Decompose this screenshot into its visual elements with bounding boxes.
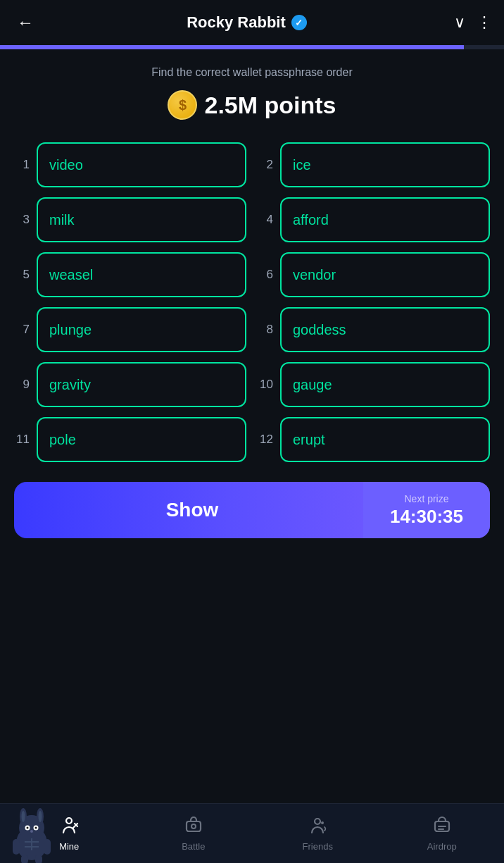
nav-label-mine: Mine <box>59 841 79 852</box>
more-options-icon[interactable]: ⋮ <box>477 13 493 32</box>
word-cell-9: 9 gravity <box>14 362 246 407</box>
nav-label-battle: Battle <box>182 841 205 852</box>
word-box-2[interactable]: ice <box>280 142 490 187</box>
word-cell-8: 8 goddess <box>258 307 490 352</box>
nav-item-airdrop[interactable]: Airdrop <box>380 804 505 863</box>
word-num-3: 3 <box>14 213 30 227</box>
svg-point-22 <box>191 824 196 828</box>
app-header: ← Rocky Rabbit ✓ ∨ ⋮ <box>0 0 504 45</box>
word-num-11: 11 <box>14 433 30 447</box>
word-cell-10: 10 gauge <box>258 362 490 407</box>
word-cell-5: 5 weasel <box>14 252 246 297</box>
airdrop-icon <box>432 816 452 838</box>
svg-point-23 <box>315 819 320 824</box>
mine-icon <box>59 816 79 838</box>
nav-label-airdrop: Airdrop <box>427 841 457 852</box>
word-num-9: 9 <box>14 378 30 392</box>
svg-point-18 <box>66 818 72 824</box>
word-box-7[interactable]: plunge <box>37 307 246 352</box>
nav-label-friends: Friends <box>303 841 333 852</box>
word-num-7: 7 <box>14 323 30 337</box>
nav-item-friends[interactable]: Friends <box>256 804 380 863</box>
word-num-1: 1 <box>14 158 30 172</box>
word-num-4: 4 <box>258 213 273 227</box>
friends-icon <box>308 816 327 838</box>
chevron-down-icon[interactable]: ∨ <box>454 13 465 32</box>
word-box-5[interactable]: weasel <box>37 252 246 297</box>
word-box-11[interactable]: pole <box>37 417 246 462</box>
instruction-text: Find the correct wallet passphrase order <box>14 66 490 79</box>
coin-icon: $ <box>168 90 197 120</box>
header-title: Rocky Rabbit ✓ <box>39 13 454 32</box>
app-title-text: Rocky Rabbit <box>187 13 286 32</box>
word-num-5: 5 <box>14 268 30 282</box>
show-button-label: Show <box>14 499 363 521</box>
main-content: Find the correct wallet passphrase order… <box>0 49 504 620</box>
show-button[interactable]: Show Next prize 14:30:35 <box>14 482 490 538</box>
word-cell-7: 7 plunge <box>14 307 246 352</box>
next-prize-panel: Next prize 14:30:35 <box>363 482 490 538</box>
word-cell-2: 2 ice <box>258 142 490 187</box>
next-prize-timer: 14:30:35 <box>390 506 463 528</box>
points-value: 2.5M points <box>204 92 336 119</box>
svg-rect-21 <box>187 821 201 831</box>
word-box-4[interactable]: afford <box>280 197 490 242</box>
word-cell-1: 1 video <box>14 142 246 187</box>
word-num-2: 2 <box>258 158 273 172</box>
verified-badge-icon: ✓ <box>291 15 307 30</box>
points-row: $ 2.5M points <box>14 90 490 120</box>
word-grid: 1 video 2 ice 3 milk 4 afford 5 <box>14 142 490 462</box>
word-box-12[interactable]: erupt <box>280 417 490 462</box>
word-cell-11: 11 pole <box>14 417 246 462</box>
svg-point-24 <box>321 821 324 824</box>
next-prize-label: Next prize <box>404 493 448 504</box>
word-cell-6: 6 vendor <box>258 252 490 297</box>
word-box-9[interactable]: gravity <box>37 362 246 407</box>
nav-item-battle[interactable]: Battle <box>132 804 256 863</box>
back-button[interactable]: ← <box>11 10 39 35</box>
show-button-container: Show Next prize 14:30:35 <box>14 482 490 538</box>
word-num-12: 12 <box>258 433 273 447</box>
word-cell-3: 3 milk <box>14 197 246 242</box>
word-num-6: 6 <box>258 268 273 282</box>
word-box-1[interactable]: video <box>37 142 246 187</box>
word-cell-12: 12 erupt <box>258 417 490 462</box>
battle-icon <box>184 816 203 838</box>
nav-item-mine[interactable]: Mine <box>0 804 132 863</box>
word-num-8: 8 <box>258 323 273 337</box>
word-box-10[interactable]: gauge <box>280 362 490 407</box>
word-cell-4: 4 afford <box>258 197 490 242</box>
word-box-3[interactable]: milk <box>37 197 246 242</box>
bottom-nav: Mine Battle Friends <box>0 803 504 863</box>
word-box-8[interactable]: goddess <box>280 307 490 352</box>
word-box-6[interactable]: vendor <box>280 252 490 297</box>
word-num-10: 10 <box>258 378 273 392</box>
